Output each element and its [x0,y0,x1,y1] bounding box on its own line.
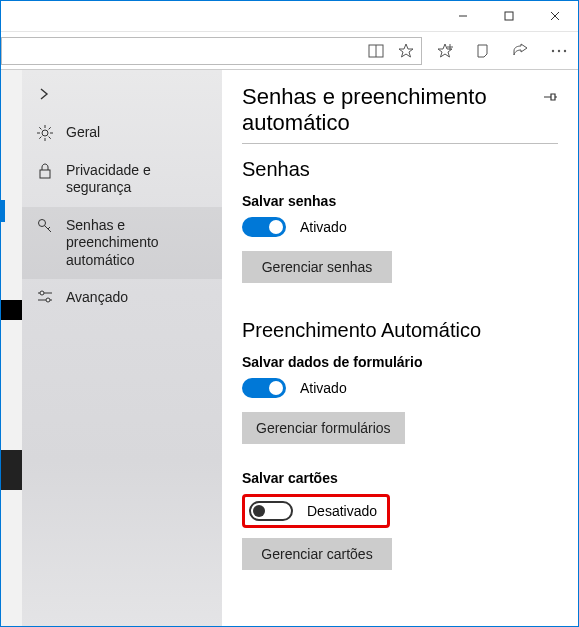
favorite-star-icon[interactable] [391,37,421,65]
sliders-icon [36,289,54,304]
svg-line-26 [48,227,50,229]
svg-point-28 [40,291,44,295]
svg-marker-6 [399,44,413,57]
save-form-data-toggle[interactable] [242,378,286,398]
save-passwords-state: Ativado [300,219,347,235]
sidebar-item-label: Senhas e preenchimento automático [66,217,208,270]
pin-icon [542,90,558,104]
gear-icon [36,124,54,141]
key-icon [36,217,54,234]
chevron-right-icon [38,88,50,100]
svg-line-20 [49,137,51,139]
manage-forms-button[interactable]: Gerenciar formulários [242,412,405,444]
page-title: Senhas e preenchimento automático [242,84,542,143]
settings-content: Senhas e preenchimento automático Senhas… [222,70,578,627]
manage-cards-button[interactable]: Gerenciar cartões [242,538,392,570]
svg-point-30 [46,298,50,302]
save-cards-toggle[interactable] [249,501,293,521]
save-cards-label: Salvar cartões [242,470,558,486]
svg-point-12 [558,49,560,51]
window-titlebar [1,1,578,32]
svg-rect-1 [505,12,513,20]
svg-rect-23 [40,170,50,178]
sidebar-item-general[interactable]: Geral [22,114,222,152]
lock-icon [36,162,54,179]
notes-icon[interactable] [464,32,502,70]
svg-point-13 [564,49,566,51]
close-icon [550,11,560,21]
section-heading-passwords: Senhas [242,158,558,181]
window-maximize-button[interactable] [486,1,532,32]
save-cards-state: Desativado [307,503,377,519]
browser-toolbar [1,32,578,70]
pin-button[interactable] [542,84,558,104]
address-bar[interactable] [1,37,422,65]
save-cards-highlight: Desativado [242,494,390,528]
sidebar-item-label: Avançado [66,289,128,307]
svg-point-24 [39,219,46,226]
page-background-sliver [1,70,22,627]
svg-point-14 [42,130,48,136]
section-heading-autofill: Preenchimento Automático [242,319,558,342]
more-icon[interactable] [540,32,578,70]
svg-point-11 [552,49,554,51]
window-minimize-button[interactable] [440,1,486,32]
share-icon[interactable] [502,32,540,70]
sidebar-item-privacy[interactable]: Privacidade e segurança [22,152,222,207]
save-form-data-state: Ativado [300,380,347,396]
reading-view-icon[interactable] [361,37,391,65]
svg-line-21 [39,137,41,139]
sidebar-item-label: Geral [66,124,100,142]
sidebar-item-passwords-autofill[interactable]: Senhas e preenchimento automático [22,207,222,280]
save-form-data-label: Salvar dados de formulário [242,354,558,370]
add-favorite-icon[interactable] [426,32,464,70]
svg-line-22 [49,127,51,129]
save-passwords-toggle[interactable] [242,217,286,237]
sidebar-item-label: Privacidade e segurança [66,162,208,197]
settings-sidebar: Geral Privacidade e segurança Senhas e p… [22,70,222,627]
sidebar-item-advanced[interactable]: Avançado [22,279,222,317]
svg-line-19 [39,127,41,129]
manage-passwords-button[interactable]: Gerenciar senhas [242,251,392,283]
minimize-icon [458,11,468,21]
maximize-icon [504,11,514,21]
svg-line-10 [484,54,487,57]
sidebar-back-button[interactable] [22,80,222,114]
save-passwords-label: Salvar senhas [242,193,558,209]
window-close-button[interactable] [532,1,578,32]
